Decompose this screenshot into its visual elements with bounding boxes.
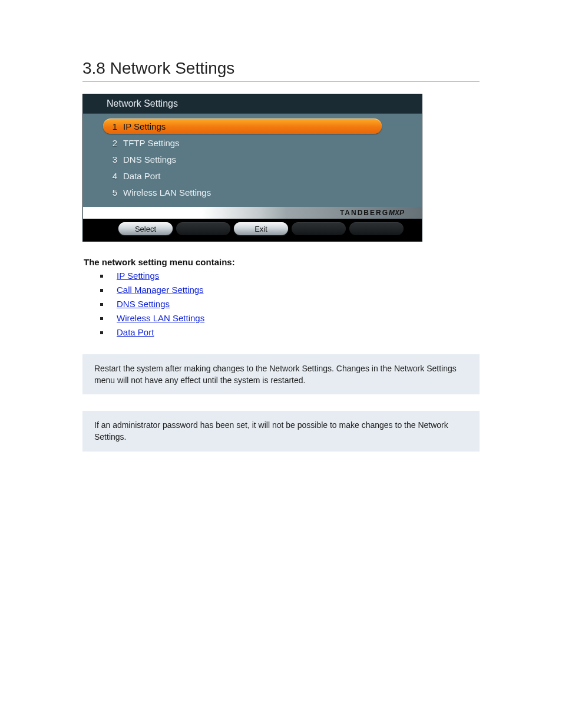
menu-item-number: 4	[107, 171, 117, 181]
menu-item-2[interactable]: 2TFTP Settings	[103, 135, 416, 150]
button-slot-2[interactable]	[176, 222, 230, 235]
menu-item-5[interactable]: 5Wireless LAN Settings	[103, 185, 416, 200]
button-bar: Select Exit	[83, 219, 422, 241]
brand-text: TANDBERGMXP	[340, 207, 404, 219]
menu-item-3[interactable]: 3DNS Settings	[103, 151, 416, 167]
section-divider	[82, 81, 480, 82]
menu-item-label: Wireless LAN Settings	[123, 187, 411, 197]
reference-list: IP SettingsCall Manager SettingsDNS Sett…	[100, 271, 480, 338]
menu-item-label: Data Port	[123, 171, 411, 181]
reference-item: Call Manager Settings	[100, 285, 480, 295]
menu-item-number: 3	[107, 154, 117, 164]
info-box-restart: Restart the system after making changes …	[82, 354, 480, 394]
reference-item: Data Port	[100, 327, 480, 338]
reference-link-4[interactable]: Wireless LAN Settings	[117, 313, 204, 323]
lead-text: The network setting menu contains:	[84, 257, 478, 267]
brand-main: TANDBERG	[340, 209, 389, 217]
menu-title: Network Settings	[83, 94, 422, 114]
info-box-admin-pw: If an administrator password has been se…	[82, 411, 480, 451]
button-slot-4[interactable]	[292, 222, 346, 235]
menu-item-4[interactable]: 4Data Port	[103, 168, 416, 183]
menu-item-number: 2	[107, 138, 117, 148]
brand-bar: TANDBERGMXP	[83, 207, 422, 219]
reference-item: IP Settings	[100, 271, 480, 281]
menu-screenshot: Network Settings 1IP Settings2TFTP Setti…	[82, 94, 422, 242]
select-button[interactable]: Select	[118, 222, 173, 235]
button-slot-5[interactable]	[349, 222, 404, 235]
reference-item: DNS Settings	[100, 299, 480, 309]
menu-item-number: 5	[107, 187, 117, 197]
menu-item-label: IP Settings	[123, 121, 377, 131]
menu-item-number: 1	[107, 121, 117, 131]
reference-link-2[interactable]: Call Manager Settings	[117, 285, 204, 295]
reference-link-5[interactable]: Data Port	[117, 327, 154, 337]
exit-button[interactable]: Exit	[234, 222, 288, 235]
menu-item-label: DNS Settings	[123, 154, 411, 164]
reference-link-1[interactable]: IP Settings	[117, 271, 159, 281]
menu-body: 1IP Settings2TFTP Settings3DNS Settings4…	[83, 114, 422, 207]
menu-item-label: TFTP Settings	[123, 138, 411, 148]
brand-suffix: MXP	[389, 209, 404, 217]
menu-item-1[interactable]: 1IP Settings	[103, 118, 382, 134]
reference-item: Wireless LAN Settings	[100, 313, 480, 324]
section-title: 3.8 Network Settings	[82, 59, 480, 78]
reference-link-3[interactable]: DNS Settings	[117, 299, 170, 309]
